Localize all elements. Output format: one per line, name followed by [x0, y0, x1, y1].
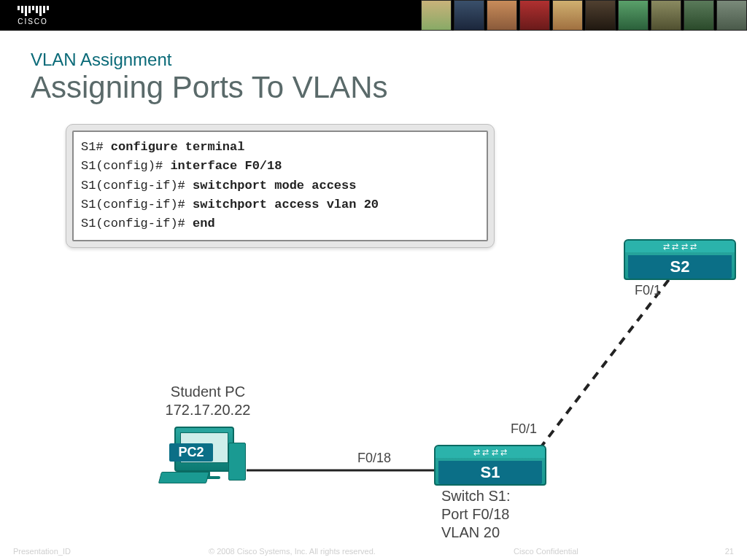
footer-right: Cisco Confidential — [514, 547, 578, 556]
slide-footer: Presentation_ID © 2008 Cisco Systems, In… — [0, 542, 747, 560]
footer-left: Presentation_ID — [13, 547, 71, 556]
pc-ip: 172.17.20.22 — [146, 401, 270, 419]
s1-caption: Switch S1: Port F0/18 VLAN 20 — [441, 487, 543, 542]
topology-links — [0, 0, 747, 560]
svg-line-1 — [540, 279, 670, 448]
switch-s2-icon: ⇄ ⇄ ⇄ ⇄ S2 — [624, 239, 736, 280]
switch-arrows-icon: ⇄ ⇄ ⇄ ⇄ — [625, 241, 735, 252]
switch-s1-icon: ⇄ ⇄ ⇄ ⇄ S1 — [434, 445, 546, 486]
pc-label: PC2 — [169, 443, 213, 462]
port-f0-18: F0/18 — [357, 451, 391, 466]
pc-name: Student PC — [146, 383, 270, 401]
footer-center: © 2008 Cisco Systems, Inc. All rights re… — [209, 547, 376, 556]
switch-arrows-icon: ⇄ ⇄ ⇄ ⇄ — [436, 446, 545, 458]
slide: cisco VLAN Assignment Assigning Ports To… — [0, 0, 747, 560]
switch-s1-label: S1 — [438, 461, 542, 484]
s1-caption-l2: Port F0/18 — [441, 505, 543, 524]
pc-caption: Student PC 172.17.20.22 — [146, 383, 270, 419]
footer-page: 21 — [716, 547, 734, 556]
switch-s2-label: S2 — [628, 255, 732, 279]
s1-caption-l1: Switch S1: — [441, 487, 543, 505]
s1-caption-l3: VLAN 20 — [441, 524, 543, 542]
port-s1-f0-1: F0/1 — [511, 421, 537, 437]
port-s2-f0-1: F0/1 — [635, 283, 661, 298]
